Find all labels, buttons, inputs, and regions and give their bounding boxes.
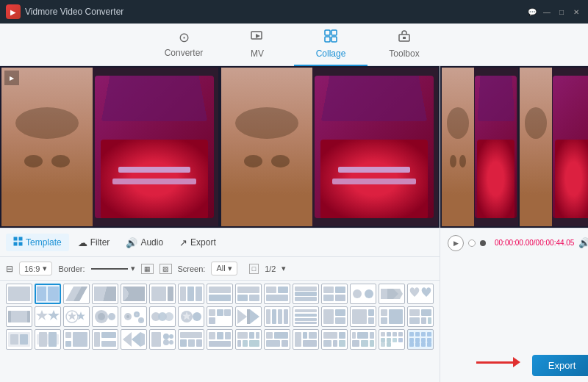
- tpl-para-left[interactable]: [63, 284, 90, 304]
- tpl-r3-8[interactable]: [207, 329, 233, 350]
- svg-rect-127: [266, 332, 273, 339]
- tpl-star-2[interactable]: [63, 306, 90, 327]
- tpl-r3-10[interactable]: [264, 329, 290, 350]
- tpl-circles[interactable]: [350, 284, 376, 304]
- svg-rect-114: [180, 339, 187, 347]
- svg-marker-47: [48, 310, 60, 320]
- export-button[interactable]: Export: [532, 355, 588, 376]
- preview-panel-2: [221, 68, 438, 226]
- svg-rect-45: [27, 311, 30, 322]
- tpl-2top-1bottom[interactable]: [264, 284, 290, 304]
- volume-button[interactable]: 🔊: [578, 237, 588, 248]
- tpl-r3-11[interactable]: [293, 329, 319, 350]
- tpl-grid-mix3[interactable]: [379, 306, 405, 327]
- play-button[interactable]: ▶: [448, 235, 464, 251]
- ratio-select[interactable]: 16:9 ▾: [19, 262, 52, 275]
- svg-rect-141: [357, 332, 368, 339]
- tpl-r3-1[interactable]: [6, 329, 32, 350]
- tpl-r3-3[interactable]: [63, 329, 90, 350]
- svg-rect-94: [10, 334, 18, 345]
- tpl-grid-mix2[interactable]: [350, 306, 376, 327]
- svg-rect-129: [266, 340, 280, 347]
- svg-rect-132: [303, 332, 307, 339]
- tpl-circle-2[interactable]: [92, 306, 118, 327]
- maximize-button[interactable]: □: [556, 6, 567, 18]
- ratio-chevron: ▾: [43, 264, 47, 273]
- tpl-2row[interactable]: [207, 284, 233, 304]
- svg-rect-143: [352, 340, 359, 347]
- svg-rect-125: [243, 340, 248, 347]
- tpl-dots-pattern[interactable]: [149, 329, 176, 350]
- tpl-star-1[interactable]: [35, 306, 61, 327]
- tpl-r3-14[interactable]: [379, 329, 405, 350]
- loop-button[interactable]: [468, 239, 476, 247]
- svg-rect-121: [237, 332, 248, 339]
- tpl-r3-4[interactable]: [92, 329, 118, 350]
- svg-rect-33: [295, 292, 317, 296]
- tpl-3row[interactable]: [293, 284, 319, 304]
- tab-converter[interactable]: ⊙ Converter: [147, 24, 220, 66]
- svg-rect-4: [325, 37, 330, 42]
- close-button[interactable]: ✕: [570, 6, 582, 18]
- svg-rect-91: [421, 317, 426, 324]
- page-chevron[interactable]: ▾: [282, 264, 286, 273]
- svg-rect-156: [409, 332, 414, 336]
- tpl-cross[interactable]: [207, 306, 233, 327]
- svg-rect-98: [49, 332, 57, 347]
- tpl-r3-15[interactable]: [407, 329, 434, 350]
- tpl-wide-split[interactable]: [149, 284, 176, 304]
- tpl-diagonal[interactable]: [92, 284, 118, 304]
- controls-bar: Template ☁ Filter 🔊 Audio ↗ Export: [0, 228, 440, 257]
- title-bar: ▶ Vidmore Video Converter 💬 — □ ✕: [0, 0, 588, 24]
- filter-tab[interactable]: ☁ Filter: [71, 234, 118, 251]
- tab-collage[interactable]: Collage: [294, 24, 368, 66]
- tab-toolbox[interactable]: Toolbox: [368, 24, 441, 66]
- left-preview-panels: ▶: [0, 66, 440, 228]
- tpl-butterfly[interactable]: [235, 306, 262, 327]
- right-preview-panel-2: [520, 68, 588, 226]
- svg-rect-154: [381, 342, 385, 347]
- toolbox-icon: [398, 29, 411, 46]
- svg-rect-159: [427, 332, 431, 336]
- template-tab[interactable]: Template: [6, 234, 69, 251]
- tpl-4col-thin[interactable]: [264, 306, 290, 327]
- audio-tab[interactable]: 🔊 Audio: [118, 234, 171, 251]
- tpl-single[interactable]: [6, 284, 32, 304]
- tpl-arrow-right[interactable]: [379, 284, 405, 304]
- export-tab[interactable]: ↗ Export: [172, 234, 223, 251]
- tpl-gear-pattern[interactable]: [121, 306, 147, 327]
- svg-rect-10: [14, 242, 18, 246]
- tpl-r3-9[interactable]: [235, 329, 262, 350]
- svg-rect-37: [323, 295, 334, 301]
- message-button[interactable]: 💬: [526, 6, 538, 18]
- tpl-r3-7[interactable]: [178, 329, 204, 350]
- svg-rect-148: [392, 332, 397, 336]
- minimize-button[interactable]: —: [541, 6, 553, 18]
- tpl-film-strip[interactable]: [6, 306, 32, 327]
- svg-point-109: [163, 334, 169, 339]
- tpl-hearts[interactable]: [407, 284, 434, 304]
- tpl-star-circle[interactable]: [178, 306, 204, 327]
- tpl-3col[interactable]: [178, 284, 204, 304]
- tpl-circle-3[interactable]: [149, 306, 176, 327]
- tpl-2x2[interactable]: [321, 284, 348, 304]
- tpl-grid-mix1[interactable]: [321, 306, 348, 327]
- page-value: 1/2: [265, 264, 276, 273]
- tpl-1top-2bottom[interactable]: [235, 284, 262, 304]
- tpl-2col[interactable]: [35, 284, 61, 304]
- tpl-r3-13[interactable]: [350, 329, 376, 350]
- tpl-r3-2[interactable]: [35, 329, 61, 350]
- svg-rect-5: [331, 37, 337, 42]
- svg-rect-76: [295, 314, 317, 317]
- svg-rect-29: [266, 286, 276, 293]
- tpl-4row-thin[interactable]: [293, 306, 319, 327]
- tpl-curved[interactable]: [121, 284, 147, 304]
- tpl-r3-12[interactable]: [321, 329, 348, 350]
- tab-mv[interactable]: MV: [220, 24, 294, 66]
- tpl-play-arrows[interactable]: [121, 329, 147, 350]
- tpl-grid-mix4[interactable]: [407, 306, 434, 327]
- screen-select[interactable]: All ▾: [211, 262, 237, 275]
- svg-rect-155: [387, 342, 391, 347]
- border-chevron[interactable]: ▾: [131, 264, 135, 273]
- pattern-icon2: ▨: [159, 264, 172, 274]
